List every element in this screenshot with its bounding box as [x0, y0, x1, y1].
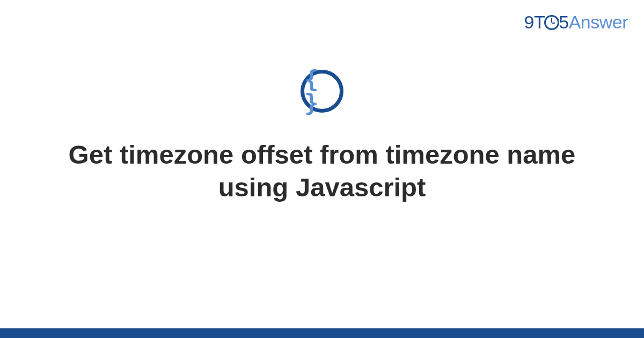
clock-icon	[544, 15, 559, 30]
logo-text-9t: 9T	[524, 12, 545, 32]
category-icon-circle: { }	[301, 70, 343, 113]
question-title: Get timezone offset from timezone name u…	[59, 138, 585, 204]
logo-text-answer: Answer	[569, 12, 628, 32]
code-braces-icon: { }	[304, 68, 340, 115]
logo-text-5: 5	[559, 12, 568, 32]
main-content: { } Get timezone offset from timezone na…	[0, 70, 644, 204]
footer-accent-bar	[0, 328, 644, 338]
site-logo: 9T5Answer	[524, 12, 628, 33]
